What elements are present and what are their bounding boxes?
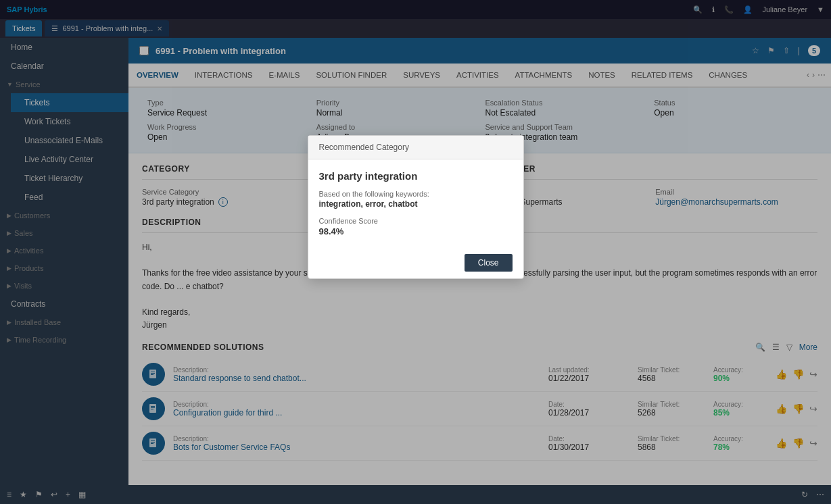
modal-title: Recommended Category <box>319 143 409 152</box>
modal-body: 3rd party integration Based on the follo… <box>308 159 523 247</box>
modal-confidence: 98.4% <box>319 226 513 236</box>
recommended-category-modal: Recommended Category 3rd party integrati… <box>308 135 524 279</box>
modal-close-button[interactable]: Close <box>465 254 513 272</box>
modal-overlay: Recommended Category 3rd party integrati… <box>0 0 831 504</box>
modal-confidence-label: Confidence Score <box>319 217 513 225</box>
modal-footer: Close <box>308 247 523 278</box>
modal-keywords: integration, error, chatbot <box>319 199 513 209</box>
modal-category: 3rd party integration <box>319 170 513 182</box>
modal-keywords-label: Based on the following keywords: <box>319 190 513 198</box>
modal-header: Recommended Category <box>308 136 523 159</box>
